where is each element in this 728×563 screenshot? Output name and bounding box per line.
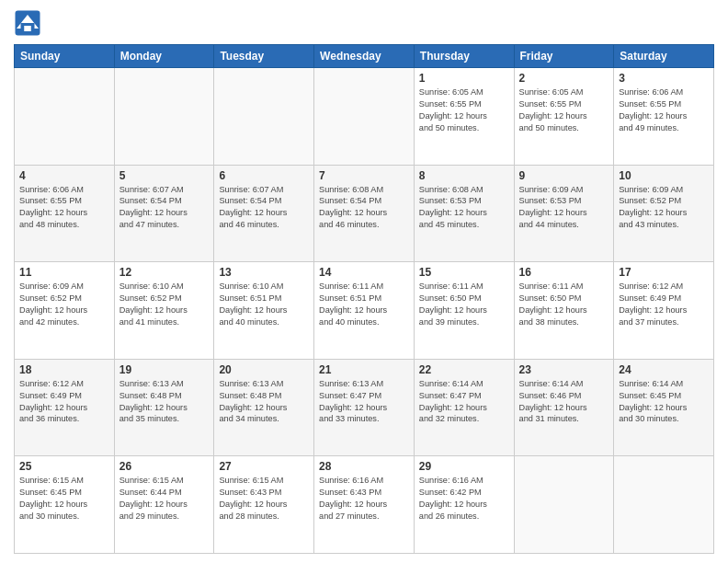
day-info: Sunrise: 6:11 AMSunset: 6:51 PMDaylight:… <box>319 281 409 328</box>
calendar-cell: 1Sunrise: 6:05 AMSunset: 6:55 PMDaylight… <box>414 68 514 166</box>
day-info: Sunrise: 6:10 AMSunset: 6:52 PMDaylight:… <box>119 281 210 328</box>
day-number: 8 <box>419 169 509 182</box>
day-info: Sunrise: 6:07 AMSunset: 6:54 PMDaylight:… <box>119 184 210 232</box>
calendar-cell: 7Sunrise: 6:08 AMSunset: 6:54 PMDaylight… <box>314 165 415 262</box>
calendar-week-row: 11Sunrise: 6:09 AMSunset: 6:52 PMDayligh… <box>15 262 714 360</box>
day-number: 20 <box>219 363 309 376</box>
day-number: 9 <box>519 169 609 182</box>
calendar-cell: 5Sunrise: 6:07 AMSunset: 6:54 PMDaylight… <box>114 165 214 262</box>
calendar-cell: 15Sunrise: 6:11 AMSunset: 6:50 PMDayligh… <box>414 262 514 360</box>
calendar-cell: 4Sunrise: 6:06 AMSunset: 6:55 PMDaylight… <box>15 165 115 262</box>
calendar-cell: 2Sunrise: 6:05 AMSunset: 6:55 PMDaylight… <box>514 68 614 166</box>
day-info: Sunrise: 6:07 AMSunset: 6:54 PMDaylight:… <box>219 184 309 232</box>
header <box>14 9 714 37</box>
day-info: Sunrise: 6:11 AMSunset: 6:50 PMDaylight:… <box>519 281 609 328</box>
day-info: Sunrise: 6:06 AMSunset: 6:55 PMDaylight:… <box>19 184 109 232</box>
day-number: 23 <box>519 363 609 376</box>
calendar-cell <box>514 456 614 554</box>
calendar-cell: 18Sunrise: 6:12 AMSunset: 6:49 PMDayligh… <box>15 359 115 456</box>
calendar-cell <box>314 68 415 166</box>
calendar-cell: 16Sunrise: 6:11 AMSunset: 6:50 PMDayligh… <box>514 262 614 360</box>
day-info: Sunrise: 6:08 AMSunset: 6:54 PMDaylight:… <box>319 184 409 232</box>
day-number: 4 <box>19 169 109 182</box>
day-number: 29 <box>419 460 509 473</box>
calendar-cell: 11Sunrise: 6:09 AMSunset: 6:52 PMDayligh… <box>15 262 115 360</box>
calendar-cell: 26Sunrise: 6:15 AMSunset: 6:44 PMDayligh… <box>114 456 214 554</box>
day-number: 13 <box>219 266 309 279</box>
day-number: 11 <box>19 266 109 279</box>
day-info: Sunrise: 6:14 AMSunset: 6:47 PMDaylight:… <box>419 378 509 426</box>
day-info: Sunrise: 6:15 AMSunset: 6:44 PMDaylight:… <box>119 475 210 523</box>
day-number: 6 <box>219 169 309 182</box>
logo-icon <box>14 9 41 37</box>
col-header-sunday: Sunday <box>15 45 115 68</box>
day-info: Sunrise: 6:11 AMSunset: 6:50 PMDaylight:… <box>419 281 509 328</box>
day-info: Sunrise: 6:09 AMSunset: 6:53 PMDaylight:… <box>519 184 609 232</box>
calendar-cell: 22Sunrise: 6:14 AMSunset: 6:47 PMDayligh… <box>414 359 514 456</box>
col-header-thursday: Thursday <box>414 45 514 68</box>
day-number: 3 <box>619 72 709 85</box>
calendar-week-row: 18Sunrise: 6:12 AMSunset: 6:49 PMDayligh… <box>15 359 714 456</box>
day-number: 10 <box>619 169 709 182</box>
day-number: 1 <box>419 72 509 85</box>
calendar-cell <box>614 456 714 554</box>
day-number: 24 <box>619 363 709 376</box>
calendar-cell <box>214 68 314 166</box>
day-number: 25 <box>19 460 109 473</box>
day-number: 12 <box>119 266 210 279</box>
day-number: 15 <box>419 266 509 279</box>
calendar-cell: 9Sunrise: 6:09 AMSunset: 6:53 PMDaylight… <box>514 165 614 262</box>
day-number: 27 <box>219 460 309 473</box>
day-number: 18 <box>19 363 109 376</box>
calendar-cell: 14Sunrise: 6:11 AMSunset: 6:51 PMDayligh… <box>314 262 415 360</box>
day-info: Sunrise: 6:12 AMSunset: 6:49 PMDaylight:… <box>19 378 109 426</box>
day-info: Sunrise: 6:09 AMSunset: 6:52 PMDaylight:… <box>619 184 709 232</box>
day-info: Sunrise: 6:13 AMSunset: 6:48 PMDaylight:… <box>119 378 210 426</box>
calendar-cell: 12Sunrise: 6:10 AMSunset: 6:52 PMDayligh… <box>114 262 214 360</box>
day-info: Sunrise: 6:05 AMSunset: 6:55 PMDaylight:… <box>419 86 509 134</box>
day-info: Sunrise: 6:09 AMSunset: 6:52 PMDaylight:… <box>19 281 109 328</box>
day-number: 14 <box>319 266 409 279</box>
day-number: 7 <box>319 169 409 182</box>
day-info: Sunrise: 6:16 AMSunset: 6:42 PMDaylight:… <box>419 475 509 523</box>
day-info: Sunrise: 6:13 AMSunset: 6:48 PMDaylight:… <box>219 378 309 426</box>
col-header-friday: Friday <box>514 45 614 68</box>
day-info: Sunrise: 6:14 AMSunset: 6:45 PMDaylight:… <box>619 378 709 426</box>
day-number: 26 <box>119 460 210 473</box>
calendar-cell <box>114 68 214 166</box>
calendar-cell: 8Sunrise: 6:08 AMSunset: 6:53 PMDaylight… <box>414 165 514 262</box>
calendar-cell: 19Sunrise: 6:13 AMSunset: 6:48 PMDayligh… <box>114 359 214 456</box>
col-header-tuesday: Tuesday <box>214 45 314 68</box>
calendar-cell: 20Sunrise: 6:13 AMSunset: 6:48 PMDayligh… <box>214 359 314 456</box>
calendar-week-row: 1Sunrise: 6:05 AMSunset: 6:55 PMDaylight… <box>15 68 714 166</box>
day-info: Sunrise: 6:16 AMSunset: 6:43 PMDaylight:… <box>319 475 409 523</box>
logo <box>14 9 45 37</box>
calendar-cell: 3Sunrise: 6:06 AMSunset: 6:55 PMDaylight… <box>614 68 714 166</box>
day-info: Sunrise: 6:15 AMSunset: 6:43 PMDaylight:… <box>219 475 309 523</box>
day-info: Sunrise: 6:10 AMSunset: 6:51 PMDaylight:… <box>219 281 309 328</box>
day-info: Sunrise: 6:14 AMSunset: 6:46 PMDaylight:… <box>519 378 609 426</box>
calendar-cell: 29Sunrise: 6:16 AMSunset: 6:42 PMDayligh… <box>414 456 514 554</box>
calendar-cell: 6Sunrise: 6:07 AMSunset: 6:54 PMDaylight… <box>214 165 314 262</box>
calendar-cell: 13Sunrise: 6:10 AMSunset: 6:51 PMDayligh… <box>214 262 314 360</box>
calendar-cell: 23Sunrise: 6:14 AMSunset: 6:46 PMDayligh… <box>514 359 614 456</box>
calendar-week-row: 4Sunrise: 6:06 AMSunset: 6:55 PMDaylight… <box>15 165 714 262</box>
page: SundayMondayTuesdayWednesdayThursdayFrid… <box>0 0 728 563</box>
calendar-cell: 25Sunrise: 6:15 AMSunset: 6:45 PMDayligh… <box>15 456 115 554</box>
day-number: 21 <box>319 363 409 376</box>
calendar-cell: 17Sunrise: 6:12 AMSunset: 6:49 PMDayligh… <box>614 262 714 360</box>
day-info: Sunrise: 6:05 AMSunset: 6:55 PMDaylight:… <box>519 86 609 134</box>
day-info: Sunrise: 6:12 AMSunset: 6:49 PMDaylight:… <box>619 281 709 328</box>
calendar-cell <box>15 68 115 166</box>
day-info: Sunrise: 6:13 AMSunset: 6:47 PMDaylight:… <box>319 378 409 426</box>
day-info: Sunrise: 6:15 AMSunset: 6:45 PMDaylight:… <box>19 475 109 523</box>
day-number: 16 <box>519 266 609 279</box>
calendar-header-row: SundayMondayTuesdayWednesdayThursdayFrid… <box>15 45 714 68</box>
calendar-week-row: 25Sunrise: 6:15 AMSunset: 6:45 PMDayligh… <box>15 456 714 554</box>
day-number: 17 <box>619 266 709 279</box>
day-number: 19 <box>119 363 210 376</box>
calendar-cell: 28Sunrise: 6:16 AMSunset: 6:43 PMDayligh… <box>314 456 415 554</box>
calendar-cell: 27Sunrise: 6:15 AMSunset: 6:43 PMDayligh… <box>214 456 314 554</box>
col-header-wednesday: Wednesday <box>314 45 415 68</box>
day-number: 28 <box>319 460 409 473</box>
